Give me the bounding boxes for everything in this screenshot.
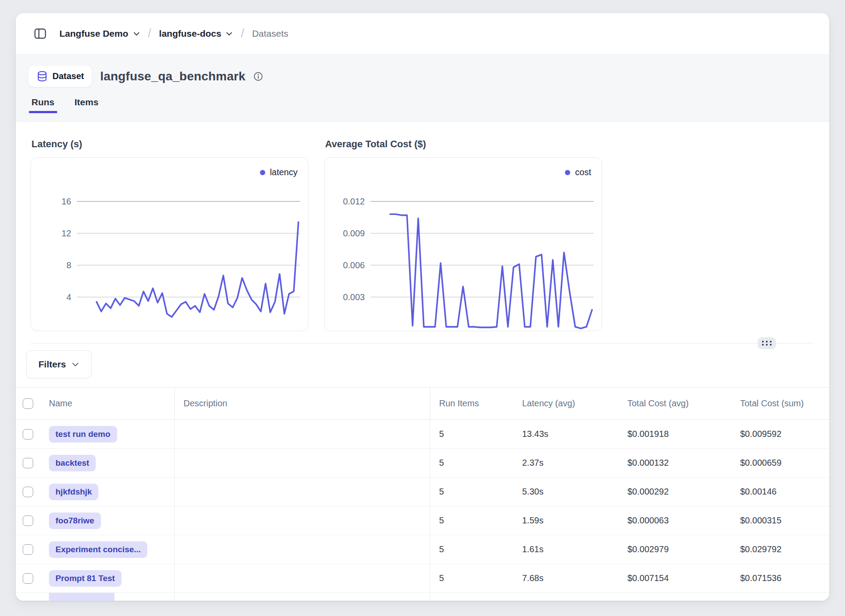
- row-checkbox[interactable]: [23, 487, 33, 497]
- row-checkbox-cell: [16, 573, 40, 584]
- row-total-cost-avg: $0.001918: [619, 429, 731, 439]
- svg-text:4: 4: [66, 292, 71, 302]
- tab-items[interactable]: Items: [72, 97, 101, 113]
- tab-runs[interactable]: Runs: [29, 97, 57, 113]
- run-name-badge[interactable]: [49, 593, 114, 601]
- panel-left-icon: [33, 27, 47, 41]
- chevron-down-icon: [71, 360, 80, 369]
- row-checkbox[interactable]: [23, 573, 33, 584]
- svg-text:16: 16: [62, 197, 71, 206]
- main-panel: Langfuse Demo / langfuse-docs / Datasets: [16, 13, 829, 601]
- svg-text:0.006: 0.006: [343, 260, 365, 270]
- table-header-row: Name Description Run Items Latency (avg)…: [16, 388, 829, 420]
- column-header-run-items[interactable]: Run Items: [430, 398, 513, 408]
- cost-chart: cost 0.0120.0090.0060.003: [324, 157, 602, 331]
- database-icon: [36, 70, 48, 82]
- row-latency-avg: 5.30s: [513, 487, 619, 497]
- row-latency-avg: 7.68s: [513, 573, 619, 583]
- table-row-partial[interactable]: [16, 593, 829, 601]
- run-name-badge[interactable]: test run demo: [49, 426, 117, 443]
- row-name-cell: test run demo: [40, 420, 175, 448]
- sidebar-toggle-button[interactable]: [33, 27, 47, 41]
- run-name-badge[interactable]: hjkfdshjk: [49, 484, 98, 500]
- page-title: langfuse_qa_benchmark: [100, 69, 246, 83]
- chevron-down-icon: [133, 30, 140, 38]
- row-total-cost-sum: $0.000659: [731, 458, 829, 468]
- resize-handle[interactable]: [758, 337, 776, 349]
- table-row[interactable]: backtest 5 2.37s $0.000132 $0.000659: [16, 449, 829, 478]
- charts-section: Latency (s) latency 161284 Average Total…: [16, 121, 829, 343]
- row-checkbox-cell: [16, 429, 40, 440]
- row-run-items: 5: [430, 458, 513, 468]
- breadcrumb-separator: /: [148, 27, 152, 40]
- row-total-cost-sum: $0.009592: [731, 429, 829, 439]
- table-row[interactable]: Prompt 81 Test 5 7.68s $0.007154 $0.0715…: [16, 564, 829, 593]
- table-row[interactable]: Experiment concise... 5 1.61s $0.002979 …: [16, 535, 829, 564]
- chevron-down-icon: [225, 30, 233, 38]
- svg-text:0.012: 0.012: [343, 197, 365, 206]
- row-description: [175, 420, 430, 448]
- row-name-cell: hjkfdshjk: [40, 478, 175, 506]
- latency-chart-block: Latency (s) latency 161284: [31, 121, 308, 331]
- column-header-total-cost-sum[interactable]: Total Cost (sum): [731, 398, 829, 408]
- breadcrumb-page: Datasets: [252, 28, 288, 39]
- table-row[interactable]: foo78riwe 5 1.59s $0.000063 $0.000315: [16, 506, 829, 535]
- run-name-badge[interactable]: backtest: [49, 455, 96, 471]
- row-description: [175, 535, 430, 564]
- column-header-latency-avg[interactable]: Latency (avg): [513, 398, 619, 408]
- row-checkbox[interactable]: [23, 544, 33, 555]
- run-name-badge[interactable]: Experiment concise...: [49, 541, 147, 558]
- row-total-cost-avg: $0.000132: [619, 458, 731, 468]
- row-total-cost-sum: $0.000315: [731, 516, 829, 526]
- row-checkbox[interactable]: [23, 429, 33, 440]
- runs-table: Name Description Run Items Latency (avg)…: [16, 387, 829, 601]
- column-header-total-cost-avg[interactable]: Total Cost (avg): [619, 398, 731, 408]
- cost-chart-title: Average Total Cost ($): [325, 138, 602, 150]
- row-total-cost-avg: $0.002979: [619, 544, 731, 554]
- row-name-cell: backtest: [40, 449, 175, 477]
- filters-button[interactable]: Filters: [26, 350, 92, 378]
- info-icon[interactable]: [253, 72, 263, 81]
- row-latency-avg: 1.59s: [513, 516, 619, 526]
- tab-bar: Runs Items: [29, 97, 819, 113]
- section-divider: [31, 343, 814, 343]
- column-header-description[interactable]: Description: [175, 388, 430, 419]
- cost-chart-block: Average Total Cost ($) cost 0.0120.0090.…: [324, 121, 602, 331]
- run-name-badge[interactable]: Prompt 81 Test: [49, 570, 121, 587]
- row-name-cell: Experiment concise...: [40, 535, 175, 564]
- breadcrumb-separator: /: [241, 27, 244, 40]
- row-checkbox-cell: [16, 487, 40, 497]
- row-total-cost-sum: $0.071536: [731, 573, 829, 583]
- latency-chart: latency 161284: [31, 157, 308, 331]
- table-row[interactable]: test run demo 5 13.43s $0.001918 $0.0095…: [16, 420, 829, 449]
- svg-text:12: 12: [62, 228, 71, 238]
- breadcrumb-org-label: Langfuse Demo: [59, 28, 128, 39]
- filters-button-label: Filters: [38, 359, 66, 370]
- run-name-badge[interactable]: foo78riwe: [49, 512, 101, 529]
- row-description: [175, 564, 430, 592]
- top-bar: Langfuse Demo / langfuse-docs / Datasets: [16, 13, 829, 55]
- latency-chart-title: Latency (s): [31, 138, 308, 150]
- select-all-checkbox[interactable]: [23, 398, 33, 409]
- row-run-items: 5: [430, 573, 513, 583]
- dataset-header: Dataset langfuse_qa_benchmark Runs Items: [16, 55, 829, 121]
- svg-text:0.003: 0.003: [343, 292, 365, 302]
- row-run-items: 5: [430, 516, 513, 526]
- dataset-badge-label: Dataset: [52, 71, 84, 81]
- row-checkbox-cell: [16, 458, 40, 468]
- row-total-cost-avg: $0.000063: [619, 516, 731, 526]
- table-row[interactable]: hjkfdshjk 5 5.30s $0.000292 $0.00146: [16, 478, 829, 506]
- breadcrumb-project-selector[interactable]: langfuse-docs: [159, 28, 233, 39]
- row-checkbox-cell: [16, 544, 40, 555]
- row-latency-avg: 2.37s: [513, 458, 619, 468]
- row-checkbox[interactable]: [23, 516, 33, 526]
- chart-svg: 0.0120.0090.0060.003: [325, 158, 602, 331]
- column-header-name[interactable]: Name: [40, 388, 175, 419]
- row-name-cell: foo78riwe: [40, 506, 175, 535]
- row-checkbox[interactable]: [23, 458, 33, 468]
- breadcrumb-org-selector[interactable]: Langfuse Demo: [59, 28, 140, 39]
- row-latency-avg: 1.61s: [513, 544, 619, 554]
- row-total-cost-sum: $0.00146: [731, 487, 829, 497]
- row-name-cell: Prompt 81 Test: [40, 564, 175, 592]
- select-all-checkbox-cell: [16, 398, 40, 409]
